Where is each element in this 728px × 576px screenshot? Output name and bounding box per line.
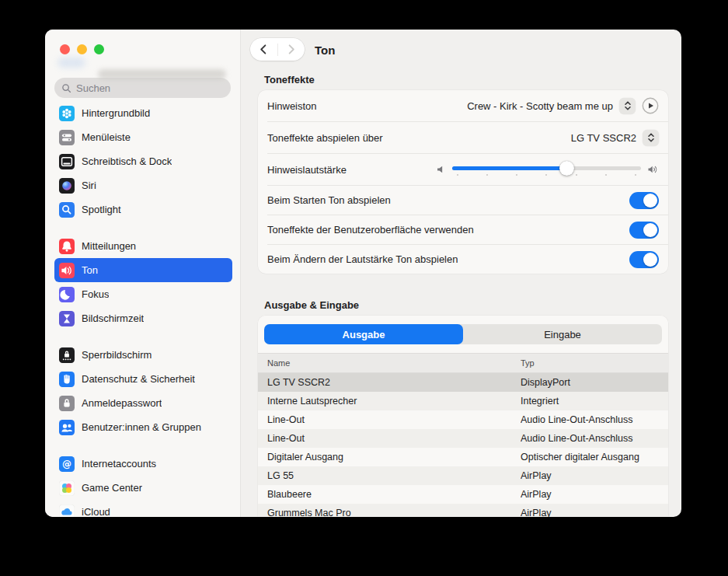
ui-sound-effects-row: Toneffekte der Benutzeroberfläche verwen…	[258, 215, 668, 244]
alert-sound-select[interactable]	[619, 98, 636, 114]
sidebar-item-hintergrundbild[interactable]: Hintergrundbild	[54, 101, 232, 125]
device-row[interactable]: Interne Lautsprecher Integriert	[258, 392, 668, 410]
sidebar-item-label: Mitteilungen	[82, 240, 136, 252]
device-name: Line-Out	[258, 433, 521, 444]
sidebar-item-label: Fokus	[82, 288, 109, 300]
slider-fill	[452, 166, 567, 170]
device-row[interactable]: LG 55 AirPlay	[258, 466, 668, 485]
sidebar-item-benutzer-gruppen[interactable]: Benutzer:innen & Gruppen	[54, 415, 232, 439]
volume-change-feedback-toggle[interactable]	[629, 251, 659, 268]
device-type: Integriert	[521, 396, 668, 407]
output-input-tabs-row: Ausgabe Eingabe	[258, 316, 668, 353]
content-pane: Ton Toneffekte Hinweiston Crew - Kirk - …	[241, 30, 681, 517]
section-title-ausgabe-eingabe: Ausgabe & Eingabe	[264, 299, 668, 311]
back-button[interactable]	[250, 38, 277, 61]
output-input-card: Ausgabe Eingabe Name Typ LG TV SSCR2 Dis…	[258, 316, 668, 517]
sidebar-item-label: Benutzer:innen & Gruppen	[82, 421, 201, 433]
search-placeholder: Suchen	[76, 82, 110, 94]
section-title-toneffekte: Toneffekte	[264, 74, 668, 86]
play-through-label: Toneffekte abspielen über	[267, 132, 383, 144]
device-type: DisplayPort	[521, 377, 668, 388]
sidebar-item-menueleiste[interactable]: Menüleiste	[54, 125, 232, 149]
sidebar-item-label: Datenschutz & Sicherheit	[82, 373, 195, 385]
toggle-knob	[643, 253, 657, 267]
volume-change-feedback-row: Beim Ändern der Lautstärke Ton abspielen	[258, 245, 668, 274]
wallpaper-icon	[59, 106, 75, 121]
zoom-button[interactable]	[94, 44, 104, 54]
device-row[interactable]: Blaubeere AirPlay	[258, 485, 668, 504]
sidebar-item-game-center[interactable]: Game Center	[54, 476, 232, 500]
content-header: Ton	[241, 30, 681, 70]
device-name: Blaubeere	[258, 489, 521, 500]
desktop-dock-icon	[59, 154, 75, 169]
device-type: AirPlay	[521, 489, 668, 500]
close-button[interactable]	[60, 44, 70, 54]
svg-text:@: @	[62, 459, 71, 470]
sidebar-item-siri[interactable]: Siri	[54, 173, 232, 197]
device-row[interactable]: Digitaler Ausgang Optischer digitaler Au…	[258, 448, 668, 466]
search-field[interactable]: Suchen	[54, 78, 231, 98]
spotlight-icon	[59, 202, 75, 218]
users-groups-icon	[59, 420, 75, 435]
forward-button[interactable]	[278, 38, 305, 61]
device-row[interactable]: Line-Out Audio Line-Out-Anschluss	[258, 429, 668, 448]
sidebar-item-label: Game Center	[82, 482, 142, 494]
device-row[interactable]: Line-Out Audio Line-Out-Anschluss	[258, 410, 668, 429]
device-type: Optischer digitaler Ausgang	[521, 452, 668, 463]
sidebar-item-datenschutz-sicherheit[interactable]: Datenschutz & Sicherheit	[54, 367, 232, 391]
sidebar-item-sperrbildschirm[interactable]: Sperrbildschirm	[54, 343, 232, 367]
device-name: LG TV SSCR2	[258, 377, 521, 388]
siri-icon	[59, 178, 75, 194]
sidebar-item-mitteilungen[interactable]: Mitteilungen	[54, 234, 232, 258]
sidebar-item-internetaccounts[interactable]: @ Internetaccounts	[54, 452, 232, 476]
screen-time-icon	[59, 311, 75, 326]
device-name: Interne Lautsprecher	[258, 396, 521, 407]
alert-volume-slider[interactable]	[452, 160, 641, 179]
menu-bar-icon	[59, 130, 75, 145]
play-through-value: LG TV SSCR2	[571, 132, 636, 144]
sidebar-item-bildschirmzeit[interactable]: Bildschirmzeit	[54, 306, 232, 330]
device-row[interactable]: Grummels Mac Pro AirPlay	[258, 504, 668, 517]
play-through-select[interactable]	[643, 130, 659, 146]
page-title: Ton	[315, 44, 335, 57]
alert-sound-row: Hinweiston Crew - Kirk - Scotty beam me …	[258, 90, 668, 121]
alert-sound-value: Crew - Kirk - Scotty beam me up	[467, 100, 613, 112]
volume-change-feedback-label: Beim Ändern der Lautstärke Ton abspielen	[267, 253, 458, 265]
startup-sound-row: Beim Starten Ton abspielen	[258, 186, 668, 215]
sidebar-item-label: Internetaccounts	[82, 458, 156, 470]
sidebar-item-label: iCloud	[82, 506, 110, 517]
sidebar-item-label: Ton	[82, 264, 98, 276]
toggle-knob	[643, 194, 657, 208]
sidebar-item-fokus[interactable]: Fokus	[54, 282, 232, 306]
tab-eingabe[interactable]: Eingabe	[463, 324, 662, 344]
search-icon	[61, 83, 71, 93]
startup-sound-toggle[interactable]	[629, 192, 659, 209]
sidebar-item-label: Menüleiste	[82, 131, 131, 143]
sound-icon	[59, 263, 75, 278]
play-alert-sound-button[interactable]	[642, 97, 659, 114]
settings-scroll-area: Toneffekte Hinweiston Crew - Kirk - Scot…	[241, 70, 681, 517]
device-type: AirPlay	[521, 508, 668, 517]
sidebar-nav: Hintergrundbild Menüleiste Schreibtisch …	[45, 101, 240, 517]
sidebar-item-schreibtisch-dock[interactable]: Schreibtisch & Dock	[54, 149, 232, 173]
sidebar-item-ton[interactable]: Ton	[54, 258, 232, 282]
sidebar-item-anmeldepasswort[interactable]: Anmeldepasswort	[54, 391, 232, 415]
blurred-scroll-artifact	[57, 58, 85, 68]
column-header-typ: Typ	[521, 358, 668, 368]
ui-sound-effects-toggle[interactable]	[629, 222, 659, 239]
sound-effects-card: Hinweiston Crew - Kirk - Scotty beam me …	[258, 90, 668, 274]
device-name: Grummels Mac Pro	[258, 508, 521, 517]
alert-volume-row: Hinweislautstärke	[258, 154, 668, 185]
chevron-up-down-icon	[647, 132, 655, 143]
sidebar-item-label: Hintergrundbild	[82, 107, 150, 119]
sidebar-item-icloud[interactable]: iCloud	[54, 500, 232, 517]
device-type: AirPlay	[521, 470, 668, 481]
tab-ausgabe[interactable]: Ausgabe	[264, 324, 463, 344]
play-through-row: Toneffekte abspielen über LG TV SSCR2	[258, 122, 668, 153]
alert-volume-label: Hinweislautstärke	[267, 164, 347, 176]
device-row[interactable]: LG TV SSCR2 DisplayPort	[258, 373, 668, 392]
sidebar-item-spotlight[interactable]: Spotlight	[54, 197, 232, 222]
minimize-button[interactable]	[77, 44, 87, 54]
notifications-icon	[59, 239, 75, 254]
sidebar-item-label: Bildschirmzeit	[82, 312, 144, 324]
